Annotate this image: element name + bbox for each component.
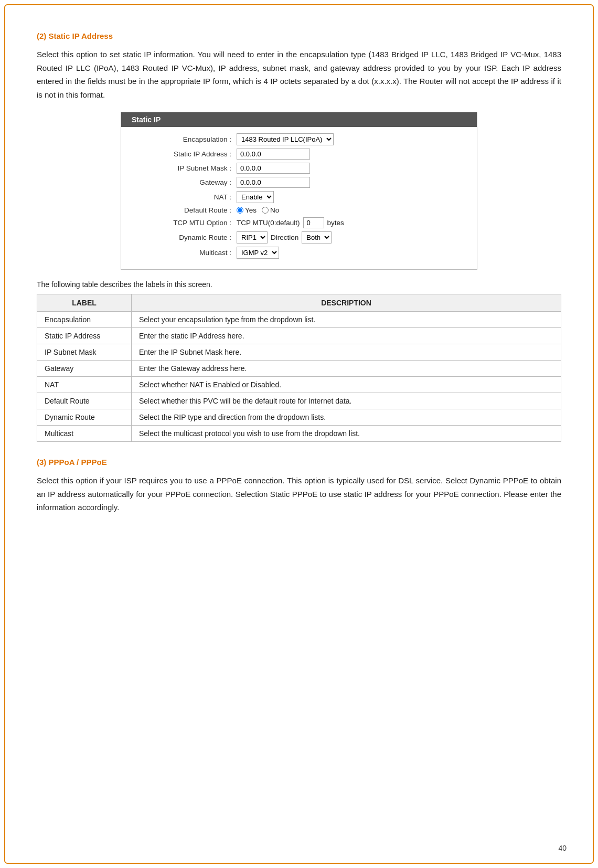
dynamic-route-label: Dynamic Route : [132, 234, 237, 241]
default-route-no-label: No [270, 206, 279, 214]
default-route-row: Default Route : Yes No [132, 206, 466, 214]
table-cell-description: Enter the static IP Address here. [132, 328, 561, 344]
table-cell-description: Select whether this PVC will be the defa… [132, 393, 561, 409]
table-intro: The following table describes the labels… [37, 280, 561, 289]
table-cell-description: Select your encapsulation type from the … [132, 312, 561, 328]
multicast-select[interactable]: IGMP v2 [237, 247, 279, 259]
table-row: Static IP AddressEnter the static IP Add… [37, 328, 561, 344]
static-ip-input[interactable] [237, 149, 310, 160]
table-cell-label: Static IP Address [37, 328, 132, 344]
default-route-yes-radio[interactable] [237, 207, 243, 214]
tcp-label: TCP MTU Option : [132, 219, 237, 227]
table-cell-description: Select the multicast protocol you wish t… [132, 426, 561, 442]
table-cell-description: Enter the IP Subnet Mask here. [132, 344, 561, 361]
section3-title: (3) PPPoA / PPPoE [37, 458, 561, 467]
table-header-label: LABEL [37, 294, 132, 312]
tcp-unit: bytes [327, 219, 344, 227]
default-route-no-radio[interactable] [262, 207, 269, 214]
table-row: EncapsulationSelect your encapsulation t… [37, 312, 561, 328]
tcp-value: TCP MTU(0:default) [237, 219, 300, 227]
gateway-row: Gateway : [132, 177, 466, 188]
default-route-yes-item: Yes [237, 206, 257, 214]
tcp-group: TCP MTU(0:default) bytes [237, 217, 344, 228]
nat-select[interactable]: Enable [237, 191, 274, 203]
table-row: Dynamic RouteSelect the RIP type and dir… [37, 409, 561, 426]
section3: (3) PPPoA / PPPoE Select this option if … [37, 458, 561, 514]
static-ip-panel: Static IP Encapsulation : 1483 Routed IP… [121, 112, 477, 270]
section2-title: (2) Static IP Address [37, 31, 561, 40]
default-route-no-item: No [262, 206, 279, 214]
subnet-input[interactable] [237, 163, 310, 174]
table-cell-label: Gateway [37, 361, 132, 377]
direction-label: Direction [271, 234, 298, 241]
dynamic-route-group: RIP1 Direction Both [237, 231, 332, 244]
static-ip-row: Static IP Address : [132, 149, 466, 160]
dynamic-route-row: Dynamic Route : RIP1 Direction Both [132, 231, 466, 244]
page-number: 40 [558, 844, 567, 852]
table-cell-label: IP Subnet Mask [37, 344, 132, 361]
table-cell-label: Encapsulation [37, 312, 132, 328]
dynamic-route-select[interactable]: RIP1 [237, 231, 268, 244]
table-cell-description: Select the RIP type and direction from t… [132, 409, 561, 426]
multicast-label: Multicast : [132, 249, 237, 257]
table-cell-label: Dynamic Route [37, 409, 132, 426]
table-cell-label: NAT [37, 377, 132, 393]
table-row: MulticastSelect the multicast protocol y… [37, 426, 561, 442]
gateway-label: Gateway : [132, 178, 237, 186]
tcp-num-input[interactable] [303, 217, 324, 228]
subnet-label: IP Subnet Mask : [132, 164, 237, 172]
table-row: NATSelect whether NAT is Enabled or Disa… [37, 377, 561, 393]
multicast-row: Multicast : IGMP v2 [132, 247, 466, 259]
table-cell-label: Default Route [37, 393, 132, 409]
table-header-description: DESCRIPTION [132, 294, 561, 312]
default-route-group: Yes No [237, 206, 279, 214]
table-cell-description: Enter the Gateway address here. [132, 361, 561, 377]
direction-select[interactable]: Both [302, 231, 332, 244]
encapsulation-row: Encapsulation : 1483 Routed IP LLC(IPoA) [132, 133, 466, 145]
default-route-label: Default Route : [132, 206, 237, 214]
encapsulation-select[interactable]: 1483 Routed IP LLC(IPoA) [237, 133, 334, 145]
table-cell-label: Multicast [37, 426, 132, 442]
default-route-yes-label: Yes [245, 206, 257, 214]
table-row: Default RouteSelect whether this PVC wil… [37, 393, 561, 409]
gateway-input[interactable] [237, 177, 310, 188]
nat-row: NAT : Enable [132, 191, 466, 203]
tcp-row: TCP MTU Option : TCP MTU(0:default) byte… [132, 217, 466, 228]
section2-body: Select this option to set static IP info… [37, 48, 561, 101]
section3-body: Select this option if your ISP requires … [37, 474, 561, 514]
nat-label: NAT : [132, 193, 237, 201]
static-ip-label: Static IP Address : [132, 150, 237, 158]
table-row: IP Subnet MaskEnter the IP Subnet Mask h… [37, 344, 561, 361]
page-content: (2) Static IP Address Select this option… [0, 0, 598, 567]
table-cell-description: Select whether NAT is Enabled or Disable… [132, 377, 561, 393]
subnet-row: IP Subnet Mask : [132, 163, 466, 174]
table-row: GatewayEnter the Gateway address here. [37, 361, 561, 377]
description-table: LABEL DESCRIPTION EncapsulationSelect yo… [37, 294, 561, 442]
static-ip-body: Encapsulation : 1483 Routed IP LLC(IPoA)… [121, 127, 477, 269]
static-ip-header: Static IP [121, 112, 477, 127]
encapsulation-label: Encapsulation : [132, 135, 237, 143]
